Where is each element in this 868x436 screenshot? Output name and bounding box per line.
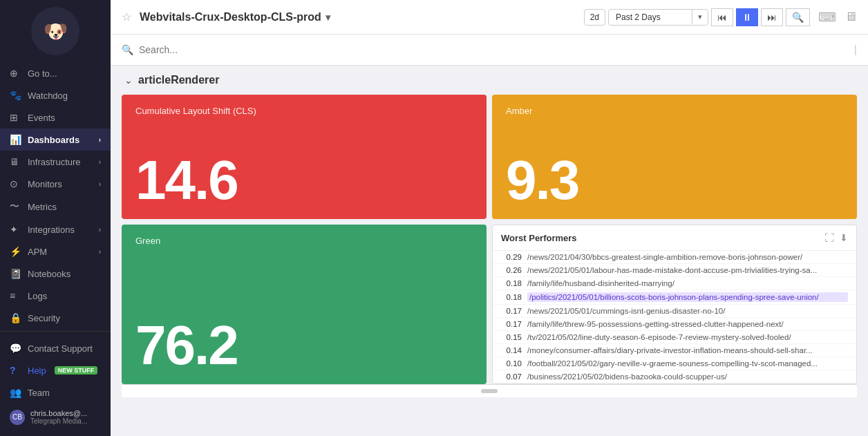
header-search-button[interactable]: 🔍 [786, 8, 810, 26]
row-score: 0.14 [501, 346, 522, 354]
title-chevron-icon[interactable]: ▾ [326, 12, 330, 23]
sidebar-item-events[interactable]: ⊞ Events [0, 106, 111, 129]
worst-performers-title: Worst Performers [501, 233, 577, 243]
sidebar-item-label: Integrations [28, 225, 75, 235]
metric-card-cls: Cumulative Layout Shift (CLS) 14.6 [122, 95, 487, 219]
integrations-icon: ✦ [10, 224, 22, 235]
help-icon: ? [10, 365, 22, 376]
row-url: /news/2021/05/01/cummings-isnt-genius-di… [527, 307, 848, 315]
sidebar-item-metrics[interactable]: 〜 Metrics [0, 195, 111, 218]
user-name: chris.boakes@... [30, 409, 87, 417]
table-row[interactable]: 0.10/football/2021/05/02/gary-neville-v-… [493, 357, 856, 370]
table-row[interactable]: 0.29/news/2021/04/30/bbcs-greatest-singl… [493, 251, 856, 264]
dashboards-icon: 📊 [10, 134, 22, 145]
metrics-bottom-row: Green 76.2 Worst Performers ⛶ ⬇ 0.29/new… [122, 225, 857, 384]
time-range-selector: Past 2 Days ▾ [608, 9, 708, 26]
monitor-icon[interactable]: 🖥 [845, 10, 857, 24]
sidebar-item-apm[interactable]: ⚡ APM › [0, 240, 111, 263]
section-chevron-icon[interactable]: ⌄ [124, 75, 133, 86]
sidebar-item-notebooks[interactable]: 📓 Notebooks [0, 263, 111, 285]
row-url: /politics/2021/05/01/billions-scots-bori… [527, 292, 848, 302]
table-row[interactable]: 0.17/family/life/threw-95-possessions-ge… [493, 318, 856, 331]
sidebar-item-help[interactable]: ? Help NEW STUFF [0, 359, 111, 381]
sidebar-item-watchdog[interactable]: 🐾 Watchdog [0, 84, 111, 106]
table-row[interactable]: 0.17/news/2021/05/01/cummings-isnt-geniu… [493, 305, 856, 318]
apm-icon: ⚡ [10, 246, 22, 257]
play-button[interactable]: ⏸ [736, 8, 758, 26]
sidebar-item-infrastructure[interactable]: 🖥 Infrastructure › [0, 151, 111, 173]
header: ☆ Webvitals-Crux-Desktop-CLS-prod ▾ 2d P… [111, 0, 868, 35]
search-input[interactable] [139, 44, 849, 55]
time-range-chevron-icon[interactable]: ▾ [692, 10, 708, 24]
chevron-right-icon: › [99, 158, 101, 166]
sidebar-item-dashboards[interactable]: 📊 Dashboards › [0, 129, 111, 151]
row-score: 0.26 [501, 266, 522, 274]
row-url: /money/consumer-affairs/diary-private-in… [527, 346, 848, 354]
table-row[interactable]: 0.15/tv/2021/05/02/line-duty-season-6-ep… [493, 331, 856, 344]
sidebar-item-user[interactable]: CB chris.boakes@... Telegraph Media... [0, 404, 111, 430]
favorite-icon[interactable]: ☆ [122, 10, 131, 23]
sidebar-item-team[interactable]: 👥 Team [0, 381, 111, 404]
time-badge-button[interactable]: 2d [584, 9, 605, 26]
sidebar-item-label: Security [28, 313, 60, 323]
table-row[interactable]: 0.18/family/life/husband-disinherited-ma… [493, 277, 856, 290]
sidebar-logo: 🐶 [0, 0, 111, 62]
prev-button[interactable]: ⏮ [711, 8, 733, 26]
worst-performers-header: Worst Performers ⛶ ⬇ [493, 225, 856, 251]
metric-value-cls: 14.6 [135, 153, 473, 208]
contact-support-icon: 💬 [10, 343, 22, 354]
row-score: 0.10 [501, 359, 522, 368]
row-url: /tv/2021/05/02/line-duty-season-6-episod… [527, 333, 848, 341]
chevron-right-icon: › [99, 136, 101, 144]
download-icon[interactable]: ⬇ [840, 232, 848, 243]
sidebar-item-security[interactable]: 🔒 Security [0, 307, 111, 329]
sidebar-item-label: Monitors [28, 179, 62, 189]
search-bar: 🔍 | [111, 35, 868, 66]
row-score: 0.18 [501, 293, 522, 301]
scroll-indicator[interactable] [481, 389, 498, 393]
expand-icon[interactable]: ⛶ [824, 232, 834, 243]
table-row[interactable]: 0.18/politics/2021/05/01/billions-scots-… [493, 290, 856, 305]
chevron-right-icon: › [99, 180, 101, 188]
goto-icon: ⊕ [10, 68, 22, 79]
time-controls: 2d Past 2 Days ▾ ⏮ ⏸ ⏭ 🔍 [584, 8, 810, 26]
dashboard-title-text: Webvitals-Crux-Desktop-CLS-prod [140, 11, 321, 23]
metric-card-amber: Amber 9.3 [492, 95, 857, 219]
sidebar-item-label: Metrics [28, 202, 57, 212]
search-divider: | [854, 44, 857, 56]
sidebar-item-monitors[interactable]: ⊙ Monitors › [0, 173, 111, 195]
sidebar-footer-item-label: Contact Support [28, 343, 93, 354]
sidebar-item-integrations[interactable]: ✦ Integrations › [0, 218, 111, 240]
row-score: 0.07 [501, 372, 522, 381]
sidebar-item-label: Infrastructure [28, 157, 81, 167]
sidebar-footer-item-label: Team [28, 388, 50, 398]
monitors-icon: ⊙ [10, 178, 22, 189]
logs-icon: ≡ [10, 290, 22, 301]
worst-performers-table: 0.29/news/2021/04/30/bbcs-greatest-singl… [493, 251, 856, 383]
keyboard-icon[interactable]: ⌨ [818, 10, 836, 25]
sidebar-item-logs[interactable]: ≡ Logs [0, 285, 111, 307]
table-row[interactable]: 0.26/news/2021/05/01/labour-has-made-mis… [493, 264, 856, 277]
sidebar-item-label: Go to... [28, 68, 57, 79]
table-row[interactable]: 0.14/money/consumer-affairs/diary-privat… [493, 344, 856, 357]
dashboard-title: Webvitals-Crux-Desktop-CLS-prod ▾ [140, 11, 330, 23]
sidebar: 🐶 ⊕ Go to... 🐾 Watchdog ⊞ Events 📊 Dashb… [0, 0, 111, 436]
search-icon: 🔍 [122, 44, 133, 55]
table-row[interactable]: 0.07/business/2021/05/02/bidens-bazooka-… [493, 370, 856, 383]
team-icon: 👥 [10, 387, 22, 398]
watchdog-icon: 🐾 [10, 90, 22, 101]
metric-label-green: Green [135, 236, 473, 246]
chevron-right-icon: › [99, 226, 101, 234]
metric-card-green: Green 76.2 [122, 225, 487, 384]
sidebar-item-goto[interactable]: ⊕ Go to... [0, 62, 111, 84]
dashboard-body: ⌄ articleRenderer Cumulative Layout Shif… [111, 66, 868, 436]
user-org: Telegraph Media... [30, 417, 87, 425]
chevron-right-icon: › [99, 248, 101, 256]
row-score: 0.29 [501, 253, 522, 261]
notebooks-icon: 📓 [10, 268, 22, 279]
sidebar-footer: 💬 Contact Support ? Help NEW STUFF 👥 Tea… [0, 331, 111, 436]
next-button[interactable]: ⏭ [761, 8, 783, 26]
row-score: 0.18 [501, 279, 522, 287]
row-url: /family/life/threw-95-possessions-gettin… [527, 320, 848, 328]
sidebar-item-contact-support[interactable]: 💬 Contact Support [0, 337, 111, 359]
